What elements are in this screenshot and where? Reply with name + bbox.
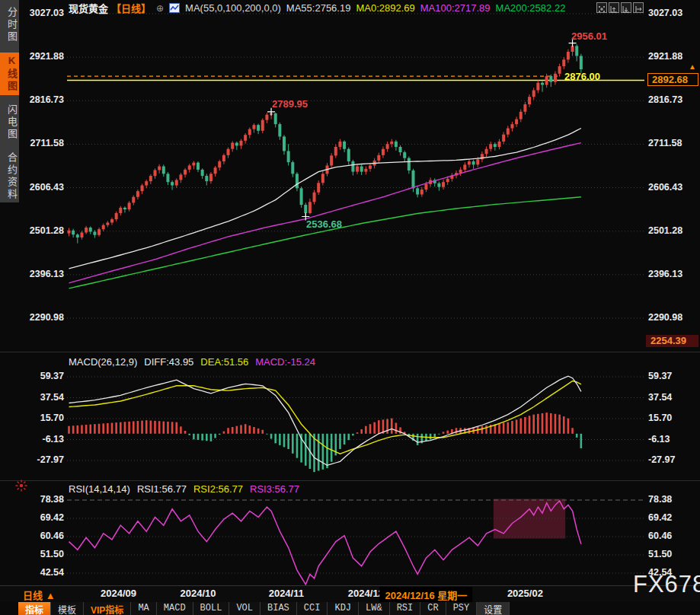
chart-header: 现货黄金 【日线】 ⊕ MA(55,0,100,200,0,0) MA55:27… [69, 2, 565, 14]
date-axis-row: 日线 ▲ 2024/092024/102024/112024/122025/02… [0, 586, 700, 602]
macd-axis-label: 59.37 [648, 371, 694, 381]
scale-right-axis-icon[interactable] [621, 2, 631, 13]
rsi-axis-label: 78.38 [18, 494, 64, 505]
sidebar-item-time-chart[interactable]: 分时图 [0, 5, 19, 46]
ma200-value: MA200:2582.22 [496, 2, 566, 14]
macd-axis-label: -6.13 [18, 434, 64, 445]
period-selector-button[interactable]: 日线 ▲ [23, 588, 56, 602]
current-price-badge: 2892.68 [647, 73, 698, 86]
rsi-axis-label: 51.50 [18, 549, 64, 559]
period-tag[interactable]: 【日线】 [111, 1, 151, 15]
macd-header: MACD(26,12,9) DIFF:43.95 DEA:51.56 MACD:… [69, 356, 315, 368]
date-axis-label: 2024/11 [269, 588, 304, 599]
macd-axis-label: 15.70 [648, 413, 694, 423]
macd-dea-value: DEA:51.56 [200, 356, 248, 368]
rsi-params-label: RSI(14,14,14) [69, 483, 130, 495]
toolbar-item-bias[interactable]: BIAS [261, 602, 297, 615]
ma-params-label: MA(55,0,100,200,0,0) [185, 2, 281, 14]
trading-app-window: 分时图 K线图 闪电图 合约资料 现货黄金 【日线】 ⊕ MA(55,0,100… [0, 0, 700, 615]
sidebar-item-lightning-chart[interactable]: 闪电图 [0, 102, 19, 143]
high-price-annotation: 2956.01 [571, 30, 607, 42]
toolbar-item-rsi[interactable]: RSI [390, 602, 421, 615]
toolbar-item-vip-indicator[interactable]: VIP指标 [84, 602, 131, 615]
rsi-axis-label: 69.42 [648, 512, 694, 523]
toolbar-item-psy[interactable]: PSY [446, 602, 478, 615]
price-axis-label: 3027.03 [18, 8, 64, 18]
rsi-axis-label: 78.38 [648, 494, 694, 505]
toolbar-item-cci[interactable]: CCI [297, 602, 328, 615]
toolbar-item-indicator[interactable]: 指标 [18, 602, 51, 615]
price-axis-label: 2711.58 [18, 138, 64, 148]
toolbar-item-ma[interactable]: MA [131, 602, 156, 615]
pane-separator [0, 352, 700, 352]
crosshair-date-badge: 2024/12/16 星期一 [380, 587, 473, 603]
indicator-template-icon[interactable] [169, 3, 180, 13]
price-axis-label: 2290.98 [648, 312, 694, 323]
toolbar-item-vol[interactable]: VOL [229, 602, 261, 615]
add-indicator-icon[interactable]: ⊕ [156, 3, 164, 14]
scale-left-axis-icon[interactable] [609, 2, 619, 13]
rsi1-value: RSI1:56.77 [137, 483, 187, 495]
axis-scroll-up-icon[interactable]: ▲ [689, 62, 696, 71]
oct-high-annotation: 2789.95 [272, 98, 308, 110]
date-axis-label: 2024/09 [101, 588, 136, 599]
macd-diff-value: DIFF:43.95 [144, 356, 193, 368]
price-axis-label: 2606.43 [18, 182, 64, 193]
pane-separator [0, 480, 700, 481]
ma55-value: MA55:2756.19 [286, 2, 351, 14]
toolbar-item-lw[interactable]: LW& [359, 602, 390, 615]
price-axis-label: 2816.73 [18, 94, 64, 105]
rsi-header: RSI(14,14,14) RSI1:56.77 RSI2:56.77 RSI3… [69, 483, 299, 495]
red-burst-icon[interactable] [14, 479, 28, 492]
toolbar-item-kdj[interactable]: KDJ [328, 602, 359, 615]
low-price-badge: 2254.39 [646, 335, 698, 347]
price-axis-label: 2921.88 [18, 51, 64, 62]
chevron-up-icon: ▲ [46, 590, 56, 601]
macd-axis-label: 37.54 [648, 392, 694, 403]
rsi2-value: RSI2:56.77 [193, 483, 243, 495]
macd-hist-value: MACD:-15.24 [255, 356, 315, 368]
macd-axis-label: -6.13 [648, 434, 694, 445]
ma0-value: MA0:2892.69 [356, 2, 414, 14]
date-axis-label: 2024/12 [348, 588, 384, 599]
chart-toolbar-icons [596, 2, 644, 13]
rsi-axis-label: 69.42 [18, 512, 64, 523]
macd-params-label: MACD(26,12,9) [69, 356, 137, 368]
macd-axis-label: 59.37 [18, 371, 64, 381]
rsi-axis-label: 60.46 [648, 531, 694, 541]
price-axis-label: 2396.13 [648, 269, 694, 279]
price-axis-label: 2501.28 [18, 225, 64, 236]
fx678-watermark: FX678 [633, 571, 700, 598]
sidebar-item-contract-info[interactable]: 合约资料 [0, 150, 19, 203]
price-axis-label: 2921.88 [648, 51, 694, 62]
main-candlestick-pane[interactable] [67, 0, 644, 353]
nov-low-annotation: 2536.68 [306, 218, 342, 230]
price-axis-label: 2501.28 [648, 225, 694, 236]
grid-dots-icon[interactable] [596, 2, 607, 13]
shift-right-icon[interactable] [633, 2, 644, 13]
toolbar-item-template[interactable]: 模板 [51, 602, 84, 615]
sidebar-item-kline-chart[interactable]: K线图 [0, 53, 19, 95]
indicator-toolbar: 指标 模板 VIP指标 MA MACD BOLL VOL BIAS CCI KD… [18, 602, 510, 615]
rsi-axis-label: 60.46 [18, 531, 64, 541]
rsi-axis-label: 51.50 [648, 549, 694, 559]
price-axis-label: 3027.03 [648, 8, 694, 18]
macd-axis-label: -27.97 [648, 454, 694, 465]
price-axis-label: 2711.58 [648, 138, 694, 148]
macd-axis-label: -27.97 [18, 454, 64, 465]
price-axis-label: 2290.98 [18, 312, 64, 323]
rsi-axis-label: 42.54 [18, 567, 64, 578]
price-axis-label: 2606.43 [648, 182, 694, 193]
chart-type-sidebar: 分时图 K线图 闪电图 合约资料 [0, 0, 19, 202]
toolbar-item-cr[interactable]: CR [420, 602, 446, 615]
rsi3-value: RSI3:56.77 [250, 483, 299, 495]
rsi-pane[interactable] [67, 492, 644, 586]
symbol-name: 现货黄金 [69, 1, 108, 15]
price-axis-label: 2816.73 [648, 94, 694, 105]
price-axis-label: 2396.13 [18, 269, 64, 279]
hline-price-label: 2876.00 [564, 71, 600, 82]
toolbar-item-settings[interactable]: 设置 [477, 602, 510, 615]
toolbar-item-boll[interactable]: BOLL [193, 602, 230, 615]
macd-pane[interactable] [67, 370, 644, 480]
toolbar-item-macd[interactable]: MACD [157, 602, 193, 615]
